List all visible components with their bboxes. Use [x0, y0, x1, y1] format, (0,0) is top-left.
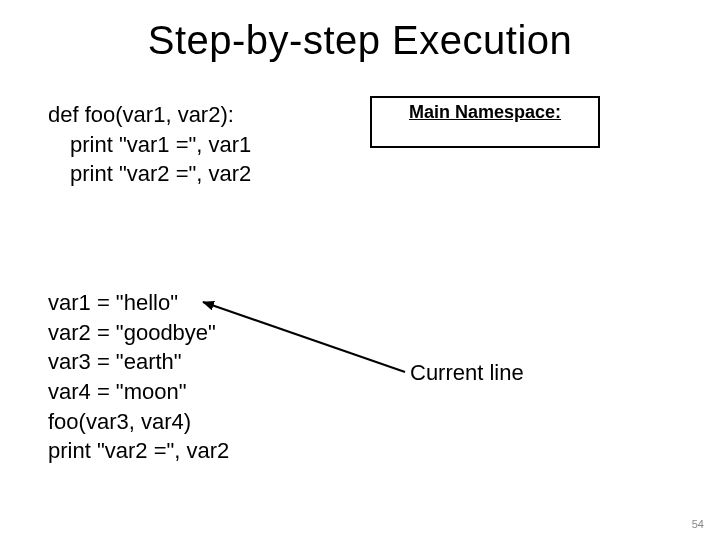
arrow-line	[203, 302, 405, 372]
code-line: print "var1 =", var1	[48, 130, 251, 160]
code-line: print "var2 =", var2	[48, 159, 251, 189]
code-line: var2 = "goodbye"	[48, 318, 229, 348]
code-line: print "var2 =", var2	[48, 436, 229, 466]
slide: Step-by-step Execution def foo(var1, var…	[0, 0, 720, 540]
namespace-box: Main Namespace:	[370, 96, 600, 148]
current-line-label: Current line	[410, 360, 524, 386]
page-number: 54	[692, 518, 704, 530]
code-block-def: def foo(var1, var2): print "var1 =", var…	[48, 100, 251, 189]
slide-title: Step-by-step Execution	[0, 18, 720, 63]
code-line: def foo(var1, var2):	[48, 100, 251, 130]
code-block-main: var1 = "hello" var2 = "goodbye" var3 = "…	[48, 288, 229, 466]
code-line: var3 = "earth"	[48, 347, 229, 377]
namespace-heading: Main Namespace:	[409, 102, 561, 122]
code-line: var1 = "hello"	[48, 288, 229, 318]
code-line: var4 = "moon"	[48, 377, 229, 407]
code-line: foo(var3, var4)	[48, 407, 229, 437]
